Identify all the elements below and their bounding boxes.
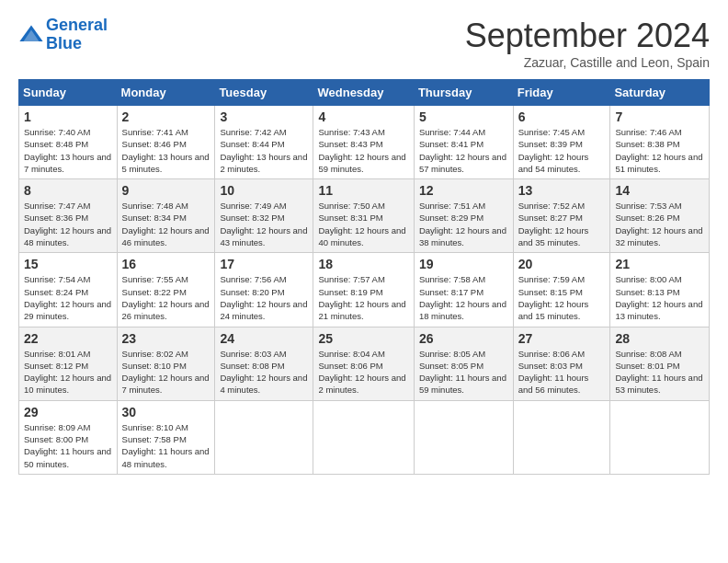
day-number: 5: [419, 109, 508, 124]
calendar-header-row: SundayMondayTuesdayWednesdayThursdayFrid…: [19, 80, 710, 106]
day-number: 21: [615, 257, 704, 271]
day-number: 14: [615, 183, 704, 198]
calendar-day-cell: [215, 400, 313, 474]
day-number: 15: [24, 257, 112, 271]
day-info: Sunrise: 7:43 AM Sunset: 8:43 PM Dayligh…: [318, 126, 408, 175]
day-info: Sunrise: 7:54 AM Sunset: 8:24 PM Dayligh…: [24, 273, 112, 322]
day-number: 18: [318, 257, 408, 271]
day-number: 23: [122, 331, 210, 346]
logo-icon: [18, 22, 44, 48]
day-info: Sunrise: 7:42 AM Sunset: 8:44 PM Dayligh…: [220, 126, 308, 175]
day-info: Sunrise: 8:05 AM Sunset: 8:05 PM Dayligh…: [419, 348, 508, 396]
calendar-day-cell: 15 Sunrise: 7:54 AM Sunset: 8:24 PM Dayl…: [19, 253, 118, 327]
day-number: 7: [615, 109, 704, 124]
day-info: Sunrise: 7:59 AM Sunset: 8:15 PM Dayligh…: [518, 273, 606, 322]
calendar-day-cell: 28 Sunrise: 8:08 AM Sunset: 8:01 PM Dayl…: [610, 327, 710, 400]
day-info: Sunrise: 7:50 AM Sunset: 8:31 PM Dayligh…: [318, 200, 408, 248]
day-info: Sunrise: 8:00 AM Sunset: 8:13 PM Dayligh…: [615, 273, 704, 322]
weekday-header: Tuesday: [215, 80, 313, 106]
day-info: Sunrise: 8:04 AM Sunset: 8:06 PM Dayligh…: [318, 348, 408, 396]
calendar-day-cell: [414, 400, 513, 474]
day-info: Sunrise: 7:57 AM Sunset: 8:19 PM Dayligh…: [318, 273, 408, 322]
calendar-day-cell: 17 Sunrise: 7:56 AM Sunset: 8:20 PM Dayl…: [215, 253, 313, 327]
weekday-header: Sunday: [19, 80, 118, 106]
weekday-header: Monday: [117, 80, 215, 106]
calendar-day-cell: [313, 400, 414, 474]
calendar-day-cell: 1 Sunrise: 7:40 AM Sunset: 8:48 PM Dayli…: [19, 106, 118, 179]
calendar-week-row: 15 Sunrise: 7:54 AM Sunset: 8:24 PM Dayl…: [19, 253, 710, 327]
calendar-day-cell: 30 Sunrise: 8:10 AM Sunset: 7:58 PM Dayl…: [117, 400, 215, 474]
day-number: 19: [419, 257, 508, 271]
day-number: 24: [220, 331, 308, 346]
day-number: 20: [518, 257, 606, 271]
calendar-week-row: 22 Sunrise: 8:01 AM Sunset: 8:12 PM Dayl…: [19, 327, 710, 400]
day-info: Sunrise: 7:58 AM Sunset: 8:17 PM Dayligh…: [419, 273, 508, 322]
weekday-header: Friday: [513, 80, 610, 106]
day-number: 28: [615, 331, 704, 346]
logo-text: General Blue: [46, 17, 108, 53]
day-number: 12: [419, 183, 508, 198]
day-number: 25: [318, 331, 408, 346]
day-info: Sunrise: 7:46 AM Sunset: 8:38 PM Dayligh…: [615, 126, 704, 175]
day-info: Sunrise: 8:06 AM Sunset: 8:03 PM Dayligh…: [518, 348, 606, 396]
calendar-day-cell: 3 Sunrise: 7:42 AM Sunset: 8:44 PM Dayli…: [215, 106, 313, 179]
calendar-day-cell: 29 Sunrise: 8:09 AM Sunset: 8:00 PM Dayl…: [19, 400, 118, 474]
calendar-day-cell: 23 Sunrise: 8:02 AM Sunset: 8:10 PM Dayl…: [117, 327, 215, 400]
day-info: Sunrise: 8:03 AM Sunset: 8:08 PM Dayligh…: [220, 348, 308, 396]
calendar-table: SundayMondayTuesdayWednesdayThursdayFrid…: [18, 79, 710, 475]
location: Zazuar, Castille and Leon, Spain: [465, 55, 710, 70]
day-info: Sunrise: 7:51 AM Sunset: 8:29 PM Dayligh…: [419, 200, 508, 248]
day-info: Sunrise: 8:02 AM Sunset: 8:10 PM Dayligh…: [122, 348, 210, 396]
calendar-day-cell: 26 Sunrise: 8:05 AM Sunset: 8:05 PM Dayl…: [414, 327, 513, 400]
calendar-week-row: 1 Sunrise: 7:40 AM Sunset: 8:48 PM Dayli…: [19, 106, 710, 179]
day-number: 26: [419, 331, 508, 346]
day-number: 16: [122, 257, 210, 271]
calendar-day-cell: 19 Sunrise: 7:58 AM Sunset: 8:17 PM Dayl…: [414, 253, 513, 327]
calendar-day-cell: 13 Sunrise: 7:52 AM Sunset: 8:27 PM Dayl…: [513, 179, 610, 253]
day-number: 30: [122, 405, 210, 419]
weekday-header: Thursday: [414, 80, 513, 106]
day-info: Sunrise: 7:55 AM Sunset: 8:22 PM Dayligh…: [122, 273, 210, 322]
calendar-day-cell: 24 Sunrise: 8:03 AM Sunset: 8:08 PM Dayl…: [215, 327, 313, 400]
header: General Blue September 2024 Zazuar, Cast…: [18, 17, 710, 70]
day-info: Sunrise: 7:53 AM Sunset: 8:26 PM Dayligh…: [615, 200, 704, 248]
calendar-day-cell: 21 Sunrise: 8:00 AM Sunset: 8:13 PM Dayl…: [610, 253, 710, 327]
calendar-day-cell: 27 Sunrise: 8:06 AM Sunset: 8:03 PM Dayl…: [513, 327, 610, 400]
day-number: 13: [518, 183, 606, 198]
day-info: Sunrise: 8:10 AM Sunset: 7:58 PM Dayligh…: [122, 421, 210, 470]
logo: General Blue: [18, 17, 108, 53]
calendar-day-cell: 22 Sunrise: 8:01 AM Sunset: 8:12 PM Dayl…: [19, 327, 118, 400]
calendar-day-cell: 11 Sunrise: 7:50 AM Sunset: 8:31 PM Dayl…: [313, 179, 414, 253]
day-info: Sunrise: 8:09 AM Sunset: 8:00 PM Dayligh…: [24, 421, 112, 470]
calendar-day-cell: 5 Sunrise: 7:44 AM Sunset: 8:41 PM Dayli…: [414, 106, 513, 179]
calendar-day-cell: [513, 400, 610, 474]
calendar-day-cell: 16 Sunrise: 7:55 AM Sunset: 8:22 PM Dayl…: [117, 253, 215, 327]
calendar-day-cell: 10 Sunrise: 7:49 AM Sunset: 8:32 PM Dayl…: [215, 179, 313, 253]
day-info: Sunrise: 7:52 AM Sunset: 8:27 PM Dayligh…: [518, 200, 606, 248]
day-info: Sunrise: 7:56 AM Sunset: 8:20 PM Dayligh…: [220, 273, 308, 322]
day-info: Sunrise: 8:01 AM Sunset: 8:12 PM Dayligh…: [24, 348, 112, 396]
day-number: 22: [24, 331, 112, 346]
calendar-day-cell: 20 Sunrise: 7:59 AM Sunset: 8:15 PM Dayl…: [513, 253, 610, 327]
day-number: 6: [518, 109, 606, 124]
day-info: Sunrise: 7:48 AM Sunset: 8:34 PM Dayligh…: [122, 200, 210, 248]
day-number: 3: [220, 109, 308, 124]
day-info: Sunrise: 7:44 AM Sunset: 8:41 PM Dayligh…: [419, 126, 508, 175]
day-number: 1: [24, 109, 112, 124]
weekday-header: Saturday: [610, 80, 710, 106]
calendar-day-cell: 7 Sunrise: 7:46 AM Sunset: 8:38 PM Dayli…: [610, 106, 710, 179]
title-block: September 2024 Zazuar, Castille and Leon…: [465, 17, 710, 70]
day-info: Sunrise: 7:49 AM Sunset: 8:32 PM Dayligh…: [220, 200, 308, 248]
calendar-day-cell: 8 Sunrise: 7:47 AM Sunset: 8:36 PM Dayli…: [19, 179, 118, 253]
calendar-day-cell: 14 Sunrise: 7:53 AM Sunset: 8:26 PM Dayl…: [610, 179, 710, 253]
day-info: Sunrise: 7:40 AM Sunset: 8:48 PM Dayligh…: [24, 126, 112, 175]
calendar-day-cell: 25 Sunrise: 8:04 AM Sunset: 8:06 PM Dayl…: [313, 327, 414, 400]
day-number: 9: [122, 183, 210, 198]
month-title: September 2024: [465, 17, 710, 55]
day-number: 17: [220, 257, 308, 271]
day-info: Sunrise: 7:41 AM Sunset: 8:46 PM Dayligh…: [122, 126, 210, 175]
calendar-week-row: 29 Sunrise: 8:09 AM Sunset: 8:00 PM Dayl…: [19, 400, 710, 474]
day-number: 29: [24, 405, 112, 419]
calendar-day-cell: 18 Sunrise: 7:57 AM Sunset: 8:19 PM Dayl…: [313, 253, 414, 327]
day-info: Sunrise: 7:47 AM Sunset: 8:36 PM Dayligh…: [24, 200, 112, 248]
